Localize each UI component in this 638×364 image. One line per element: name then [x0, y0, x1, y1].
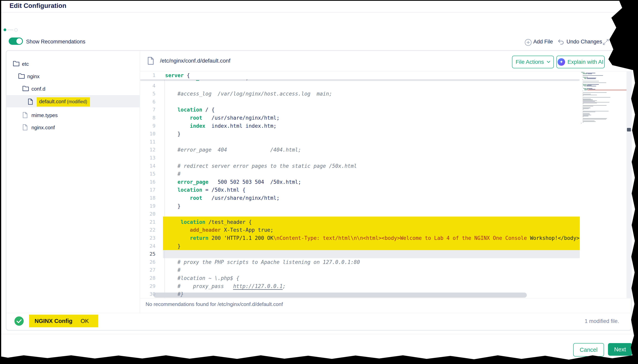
minimap-line [583, 94, 591, 94]
tree-item-label: conf.d [32, 86, 46, 92]
minimap-line [583, 87, 583, 87]
minimap-line [586, 78, 596, 78]
tree-item-etc[interactable]: etc [6, 59, 140, 68]
minimap-line [583, 81, 599, 81]
minimap-line [587, 88, 592, 89]
code-line-7: 7 location / { [140, 106, 580, 114]
code-line-8: 8 root /usr/share/nginx/html; [140, 114, 580, 122]
explain-with-ai-button[interactable]: ✦ Explain with AI [556, 56, 605, 68]
tree-item-mime.types[interactable]: mime.types [6, 110, 140, 119]
tree-item-nginx[interactable]: nginx [6, 72, 140, 80]
show-recommendations-toggle[interactable] [9, 38, 23, 45]
minimap-line [583, 108, 589, 109]
tree-item-conf.d[interactable]: conf.d [6, 84, 140, 93]
minimap-line [583, 112, 595, 112]
modified-files-count: 1 modified file. [585, 318, 619, 324]
minimap[interactable] [581, 72, 626, 190]
minimap-line [583, 88, 586, 89]
code-line-18: 18 root /usr/share/nginx/html; [140, 194, 580, 202]
code-line-24: 24 } [140, 242, 580, 250]
explain-with-ai-label: Explain with AI [567, 59, 603, 65]
undo-changes-label[interactable]: Undo Changes [566, 39, 602, 45]
sticky-line: 1server { [140, 72, 580, 80]
minimap-line [586, 73, 595, 73]
undo-icon[interactable] [557, 39, 564, 46]
folder-icon [18, 73, 25, 79]
minimap-line [584, 90, 587, 90]
minimap-line [583, 103, 597, 103]
minimap-line [583, 112, 583, 113]
minimap-line [583, 85, 586, 86]
minimap-line [583, 107, 583, 107]
minimap-line [583, 106, 593, 106]
minimap-line [581, 72, 583, 72]
no-recommendations-message: No recommendations found for /etc/nginx/… [146, 301, 283, 307]
next-button[interactable]: Next [608, 343, 632, 356]
cancel-button[interactable]: Cancel [573, 343, 604, 356]
minimap-line [584, 89, 588, 90]
tree-item-default.conf[interactable]: default.conf (modified) [6, 95, 140, 108]
minimap-line [583, 102, 609, 102]
tree-item-label: etc [22, 61, 29, 67]
code-line-14: 14 # redirect server error pages to the … [140, 162, 580, 170]
code-line-17: 17 location = /50x.html { [140, 186, 580, 194]
nginx-config-ok: OK [81, 318, 89, 324]
code-line-9: 9 index index.html index.htm; [140, 122, 580, 130]
vertical-scrollbar-thumb[interactable] [627, 128, 631, 132]
vertical-scrollbar-track[interactable] [626, 72, 631, 298]
code-line-29: 29 # proxy_pass http://127.0.0.1; [140, 282, 580, 290]
minimap-line [584, 78, 586, 78]
minimap-line [581, 123, 581, 123]
code-line-30: 30 #} [140, 290, 580, 298]
code-line-25: 25 [140, 250, 580, 258]
minimap-line [583, 116, 588, 116]
status-bar-divider [6, 313, 630, 313]
file-actions-label: File Actions [515, 59, 544, 65]
minimap-line [583, 115, 591, 115]
expand-icon[interactable] [602, 39, 609, 46]
stepper-step-1 [4, 28, 6, 31]
add-file-label[interactable]: Add File [533, 39, 553, 45]
header-divider [1, 12, 619, 13]
minimap-line [583, 92, 606, 93]
code-line-19: 19 } [140, 202, 580, 210]
minimap-line [587, 84, 599, 85]
code-line-6: 6 [140, 98, 580, 106]
next-label: Next [614, 346, 626, 353]
code-editor[interactable]: 3 server_name localhost;45 #access_log /… [140, 72, 580, 298]
code-line-15: 15 # [140, 170, 580, 178]
stepper-step-2 [14, 28, 18, 32]
minimap-line [583, 93, 583, 94]
code-line-21: 21 location /test_header { [140, 218, 580, 226]
minimap-line [583, 118, 607, 119]
minimap-line [583, 101, 595, 102]
tree-item-label: mime.types [32, 112, 58, 118]
minimap-line [583, 122, 583, 122]
code-line-13: 13 [140, 154, 580, 162]
editor-header-divider [140, 71, 631, 71]
edit-configuration-dialog: Edit Configuration Show Recommendations … [0, 0, 638, 364]
minimap-line [583, 100, 597, 101]
file-actions-button[interactable]: File Actions [512, 56, 554, 68]
code-line-10: 10 } [140, 130, 580, 138]
modified-badge: (modified) [66, 99, 87, 104]
tree-item-label: nginx.conf [32, 124, 55, 131]
minimap-line [588, 74, 592, 74]
code-line-11: 11 [140, 138, 580, 146]
code-line-20: 20 [140, 210, 580, 218]
minimap-line [584, 86, 586, 86]
minimap-line [583, 122, 596, 122]
tree-item-label: default.conf (modified) [37, 97, 90, 106]
code-line-12: 12 #error_page 404 /404.html; [140, 146, 580, 154]
minimap-line [583, 97, 610, 98]
minimap-line [584, 72, 584, 72]
ai-sparkle-icon: ✦ [558, 58, 565, 66]
folder-icon [22, 85, 29, 91]
minimap-line [583, 77, 586, 78]
tree-item-nginx.conf[interactable]: nginx.conf [6, 123, 140, 132]
minimap-line [584, 78, 586, 79]
nginx-config-label: NGINX Config [35, 318, 73, 324]
check-circle-icon [15, 316, 24, 326]
minimap-line [583, 113, 590, 114]
minimap-line [583, 75, 603, 76]
